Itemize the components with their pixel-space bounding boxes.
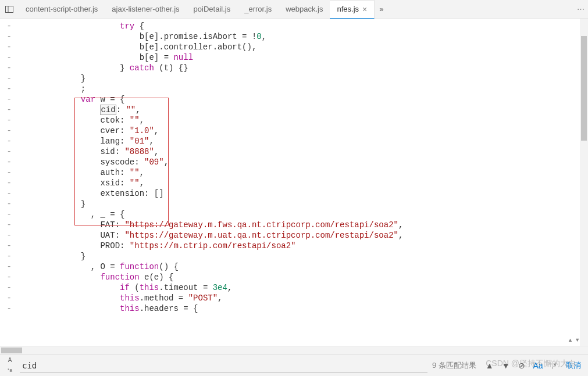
tab-ajax-listener-other-js[interactable]: ajax-listener-other.js	[105, 0, 186, 19]
tab-label: poiDetail.js	[194, 5, 231, 13]
code-editor[interactable]: ---------------------------- try { b[e].…	[0, 19, 588, 346]
tabs-overflow-button[interactable]: »	[375, 5, 388, 13]
find-mode-icon[interactable]: A.B	[0, 357, 20, 373]
horizontal-scrollbar[interactable]	[0, 346, 588, 354]
find-input[interactable]	[20, 358, 427, 373]
code-line[interactable]: b[e] = null	[22, 52, 403, 63]
code-content[interactable]: try { b[e].promise.isAbort = !0, b[e].co…	[22, 19, 403, 346]
code-line[interactable]: UAT: "https://gateway.m.uat.qa.nt.ctripc…	[22, 230, 403, 241]
code-line[interactable]: b[e].controller.abort(),	[22, 42, 403, 52]
tab-label: webpack.js	[286, 5, 323, 13]
tab-label: content-script-other.js	[26, 5, 98, 13]
code-line[interactable]: }	[22, 73, 403, 84]
find-bar: A.B 9 条匹配结果 ▲ ▼ ⊘ Aa .* 取消	[0, 354, 588, 376]
close-icon[interactable]: ×	[362, 5, 367, 14]
find-options: ▲ ▼ ⊘ Aa .*	[486, 361, 557, 370]
prev-match-icon[interactable]: ▲	[486, 361, 494, 370]
code-line[interactable]: PROD: "https://m.ctrip.com/restapi/soa2"	[22, 241, 403, 251]
match-case-toggle[interactable]: Aa	[533, 361, 543, 370]
code-line[interactable]: FAT: "https://gateway.m.fws.qa.nt.ctripc…	[22, 220, 403, 230]
editor-corner-icons: ▴ ▾	[568, 335, 580, 345]
code-line[interactable]: var w = {	[22, 94, 403, 105]
tab-label: nfes.js	[337, 5, 359, 13]
code-line[interactable]: extension: []	[22, 188, 403, 199]
code-line[interactable]: try {	[22, 21, 403, 31]
cancel-filter-icon[interactable]: ⊘	[518, 361, 525, 370]
regex-toggle[interactable]: .*	[551, 361, 557, 370]
code-line[interactable]: this.headers = {	[22, 303, 403, 314]
panel-toggle-icon[interactable]	[0, 5, 19, 14]
tab-content-script-other-js[interactable]: content-script-other.js	[19, 0, 105, 19]
tab-bar: content-script-other.jsajax-listener-oth…	[0, 0, 588, 19]
code-line[interactable]: , O = function() {	[22, 262, 403, 272]
horizontal-scrollbar-thumb[interactable]	[1, 348, 22, 353]
code-line[interactable]: cver: "1.0",	[22, 126, 403, 136]
code-line[interactable]: } catch (t) {}	[22, 63, 403, 73]
code-line[interactable]: , _ = {	[22, 209, 403, 220]
code-line[interactable]: function e(e) {	[22, 272, 403, 282]
tab-webpack-js[interactable]: webpack.js	[279, 0, 330, 19]
code-line[interactable]: }	[22, 251, 403, 262]
line-gutter: ----------------------------	[0, 19, 22, 346]
code-line[interactable]: auth: "",	[22, 167, 403, 178]
vertical-scrollbar[interactable]	[580, 19, 588, 346]
code-line[interactable]: xsid: "",	[22, 178, 403, 188]
find-cancel-button[interactable]: 取消	[566, 360, 581, 371]
code-line[interactable]: lang: "01",	[22, 136, 403, 146]
code-line[interactable]: ctok: "",	[22, 115, 403, 126]
find-results-count: 9 条匹配结果	[432, 360, 476, 371]
next-match-icon[interactable]: ▼	[502, 361, 510, 370]
settings-icon[interactable]: ⋯	[577, 5, 585, 13]
vertical-scrollbar-thumb[interactable]	[581, 36, 587, 141]
tab-nfes-js[interactable]: nfes.js×	[330, 0, 375, 19]
code-line[interactable]: ;	[22, 84, 403, 94]
caret-down-icon[interactable]: ▾	[575, 335, 580, 345]
code-line[interactable]: syscode: "09",	[22, 157, 403, 167]
svg-rect-0	[6, 6, 13, 12]
code-line[interactable]: b[e].promise.isAbort = !0,	[22, 31, 403, 42]
find-input-wrap	[20, 358, 427, 373]
tab-label: ajax-listener-other.js	[112, 5, 179, 13]
tabs-container: content-script-other.jsajax-listener-oth…	[19, 0, 375, 19]
code-line[interactable]: }	[22, 199, 403, 209]
code-line[interactable]: sid: "8888",	[22, 146, 403, 157]
code-line[interactable]: this.method = "POST",	[22, 293, 403, 303]
tab-_error-js[interactable]: _error.js	[237, 0, 279, 19]
caret-up-icon[interactable]: ▴	[568, 335, 572, 345]
code-line[interactable]: if (this.timeout = 3e4,	[22, 282, 403, 293]
tab-poiDetail-js[interactable]: poiDetail.js	[187, 0, 238, 19]
tab-label: _error.js	[244, 5, 272, 13]
code-line[interactable]: cid: "",	[22, 105, 403, 115]
